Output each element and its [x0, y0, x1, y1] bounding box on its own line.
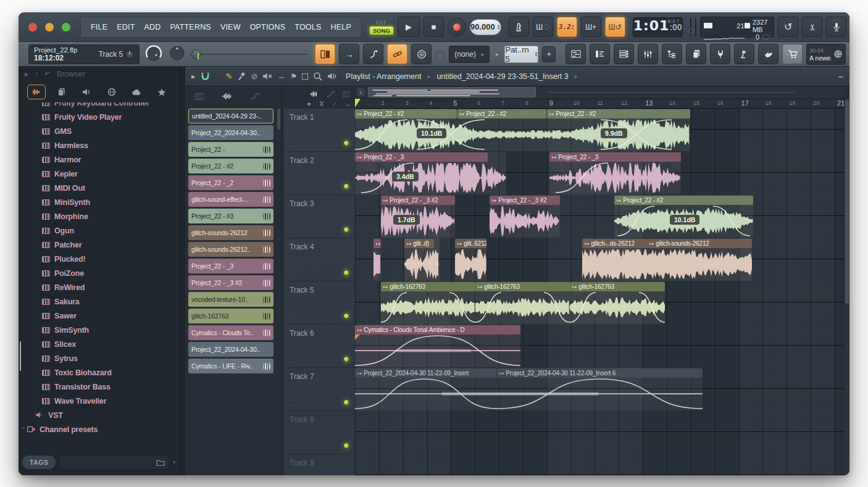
clip-title-bar[interactable]: ↦Project_22 - #2	[614, 196, 753, 205]
browser-item[interactable]: Wave Traveller	[22, 394, 177, 408]
clip-source-item[interactable]: glitch-sounds-26212..	[188, 242, 273, 257]
audio-clip[interactable]: ↦Project_22 - #210.1dB	[614, 195, 753, 238]
playhead-marker[interactable]	[355, 99, 361, 107]
typing-keyboard-button[interactable]: Ш+	[581, 17, 601, 37]
time-display[interactable]: 1:01 :00 B:S:T	[633, 17, 683, 37]
menu-item[interactable]: OPTIONS	[250, 23, 286, 31]
clip-title-bar[interactable]: ↦Project_22 - _3 #2	[381, 196, 455, 205]
track-options-icon[interactable]: ...	[290, 271, 296, 277]
track-header[interactable]: Track 5...	[284, 281, 355, 325]
gain-badge[interactable]: 3.4dB	[392, 172, 419, 181]
browser-item[interactable]: PoiZone	[22, 266, 177, 280]
browser-item[interactable]: Ogun	[22, 223, 177, 238]
patterns-tab-icon[interactable]	[195, 93, 204, 100]
add-pattern-button[interactable]: +	[542, 46, 556, 62]
track-options-icon[interactable]: ...	[290, 141, 296, 148]
track-header[interactable]: Track 7...	[284, 368, 355, 411]
scroll-left-button[interactable]: ‹	[356, 88, 365, 97]
automation-view-icon[interactable]	[327, 91, 335, 98]
browser-item[interactable]: Toxic Biohazard	[22, 365, 177, 380]
patterns-view-icon[interactable]	[343, 91, 350, 98]
browser-item[interactable]: Kepler	[22, 167, 177, 181]
browser-item[interactable]: ReWired	[22, 280, 177, 294]
browser-item[interactable]: Morphine	[22, 209, 177, 223]
browser-item[interactable]: Sytrus	[22, 351, 177, 365]
gain-badge[interactable]: 10.1dB	[670, 215, 699, 225]
clip-title-bar[interactable]: ↦Project_22 - #2	[547, 109, 690, 119]
clip-source-item[interactable]: glitch-sound-effect-..	[188, 192, 273, 207]
record-button[interactable]	[448, 18, 466, 36]
touch-controller-button[interactable]	[758, 44, 778, 64]
audio-clip[interactable]: ↦glit..d)	[404, 238, 440, 281]
audio-clip[interactable]: ↦glitch-162763	[381, 281, 475, 324]
slip-tool-icon[interactable]: ↔	[277, 72, 285, 81]
browser-tab-samples[interactable]	[27, 85, 46, 99]
track-header[interactable]: Track 6...	[284, 325, 355, 368]
draw-tool-icon[interactable]: ✎	[226, 72, 233, 81]
playlist-collapse-icon[interactable]: ▸	[191, 72, 196, 81]
folder-icon[interactable]	[156, 459, 165, 466]
clip-source-item[interactable]: glitch-162763	[188, 309, 273, 323]
clip-source-item[interactable]: Project_22_2024-04-30..	[188, 125, 273, 140]
audio-clip[interactable]: ↦glitch-162763	[570, 281, 665, 324]
track-mute-led[interactable]	[343, 399, 349, 406]
select-tool-icon[interactable]	[302, 73, 308, 80]
picker-scrollbar[interactable]	[277, 109, 280, 130]
clip-source-item[interactable]: Project_22 -	[188, 142, 273, 157]
browser-item-vst[interactable]: VST	[22, 408, 177, 422]
clip-title-bar[interactable]: ↦Project_22 - #2	[457, 109, 546, 119]
browser-item[interactable]: Sawer	[22, 309, 177, 323]
tag-search-input[interactable]	[64, 458, 154, 467]
pattern-prev-button[interactable]: ▸	[493, 46, 501, 63]
browser-item[interactable]: Patcher	[22, 238, 177, 252]
undo-button[interactable]: ↺	[778, 17, 798, 37]
menu-item[interactable]: FILE	[91, 23, 107, 31]
clip-title-bar[interactable]: ↦	[373, 239, 381, 248]
paint-tool-icon[interactable]	[237, 72, 246, 81]
browser-item[interactable]: Sakura	[22, 294, 177, 309]
clip-title-bar[interactable]: ↦glit..6212	[455, 239, 486, 248]
loop-record-button[interactable]: Ш↺	[605, 17, 625, 37]
shop-button[interactable]	[782, 44, 803, 64]
pattern-spinner[interactable]: ▲ ▼	[534, 51, 538, 57]
playlist-window-button[interactable]	[565, 44, 586, 64]
resize-icon[interactable]: ↔	[345, 101, 351, 107]
tags-button[interactable]: TAGS	[22, 456, 56, 469]
gain-badge[interactable]: 9.9dB	[601, 128, 627, 138]
menu-item[interactable]: ADD	[144, 23, 161, 31]
browser-back-icon[interactable]: ↶	[44, 70, 51, 78]
track-mute-led[interactable]	[343, 443, 349, 449]
audio-clip[interactable]: ↦	[373, 238, 381, 281]
track-mute-led[interactable]	[343, 183, 349, 189]
zoom-tool-icon[interactable]	[313, 72, 322, 81]
track-options-icon[interactable]: ...	[290, 401, 296, 407]
clip-source-item[interactable]: Project_22 - #3	[188, 209, 273, 223]
clip-source-item[interactable]: glitch-sounds-26212	[188, 225, 273, 240]
clip-title-bar[interactable]: ↦glitch-sounds-26212	[647, 239, 752, 248]
browser-item-mixer-presets[interactable]: Mixer presets	[22, 436, 177, 437]
track-options-icon[interactable]: ...	[290, 357, 296, 364]
magnet-icon[interactable]	[201, 72, 210, 81]
play-button[interactable]: ▶	[398, 17, 420, 37]
audio-clip[interactable]: ↦glitch-162763	[475, 281, 570, 324]
clip-source-item[interactable]: Project_22_2024-04-30..	[188, 342, 273, 357]
scrollbar-thumb[interactable]	[845, 100, 849, 304]
clip-title-bar[interactable]: ↦Project_22_2024-04-30 11-22-09_Insert	[355, 368, 496, 378]
browser-tab-favorites[interactable]	[152, 85, 171, 99]
browser-item[interactable]: Plucked!	[22, 252, 177, 266]
cut-tool-button[interactable]: ✂	[802, 17, 822, 37]
browser-item[interactable]: Transistor Bass	[22, 380, 177, 394]
browser-item[interactable]: GMS	[22, 124, 177, 138]
audio-clip[interactable]: ↦Project_22 - _3	[549, 152, 681, 194]
audio-clip[interactable]: ↦Project_22 - #2↦Project_22 - #2↦Project…	[355, 109, 690, 151]
delete-tool-icon[interactable]: ⊘	[251, 72, 257, 81]
browser-item-channel-presets[interactable]: Channel presets	[22, 422, 177, 436]
playlist-vertical-scrollbar[interactable]	[845, 99, 849, 475]
track-mute-led[interactable]	[343, 227, 349, 233]
browser-item[interactable]: Slicex	[22, 337, 177, 351]
mixer-window-button[interactable]	[638, 44, 658, 64]
clip-source-item[interactable]: Project_22 - _3	[188, 259, 273, 273]
turntable-button[interactable]	[411, 44, 432, 64]
check-icon[interactable]: ✓	[332, 101, 337, 107]
track-header[interactable]: Track 1...	[284, 109, 355, 152]
